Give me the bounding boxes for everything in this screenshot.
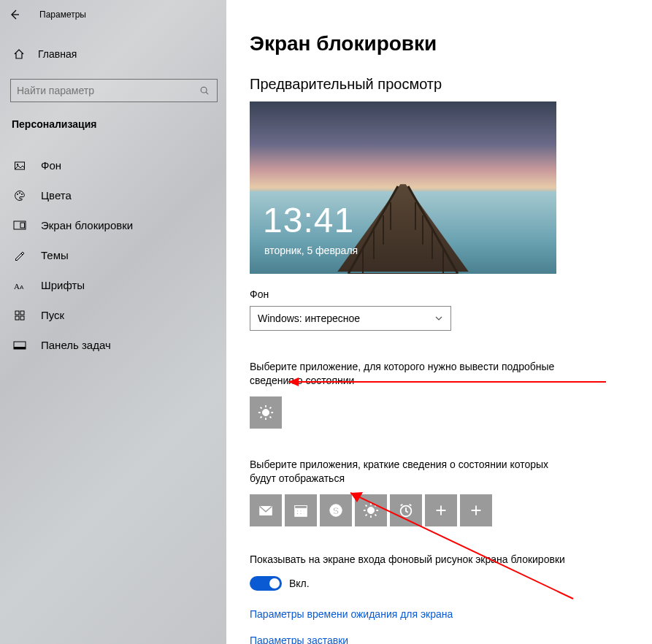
detailed-status-apps: [250, 396, 629, 429]
sidebar-item-taskbar[interactable]: Панель задач: [10, 330, 216, 360]
svg-rect-10: [15, 311, 19, 315]
sidebar-item-label: Пуск: [41, 309, 64, 321]
app-tile-plus[interactable]: [425, 494, 457, 526]
start-icon: [13, 310, 26, 321]
quick-status-apps: S: [250, 494, 629, 526]
svg-rect-29: [300, 510, 302, 512]
page-title: Экран блокировки: [250, 32, 629, 55]
svg-text:A: A: [20, 284, 24, 291]
arrow-left-icon: [9, 9, 20, 20]
sidebar-home-label: Главная: [38, 48, 77, 60]
search-icon: [198, 85, 211, 96]
sidebar-section-title: Персонализация: [10, 118, 216, 130]
svg-text:S: S: [333, 505, 340, 515]
themes-icon: [13, 250, 26, 261]
quick-status-label: Выберите приложения, краткие сведения о …: [250, 458, 571, 486]
sidebar-item-label: Цвета: [41, 189, 72, 202]
toggle-on-label: Вкл.: [289, 578, 310, 589]
app-tile-alarm[interactable]: [390, 494, 422, 526]
sidebar-item-fonts[interactable]: AAШрифты: [10, 270, 216, 300]
fonts-icon: AA: [13, 280, 26, 291]
link-screen-timeout[interactable]: Параметры времени ожидания для экрана: [250, 608, 629, 620]
sidebar-item-label: Панель задач: [41, 339, 111, 351]
svg-line-44: [366, 514, 367, 515]
svg-line-23: [270, 407, 272, 408]
detailed-status-label: Выберите приложение, для которого нужно …: [250, 360, 571, 388]
svg-line-24: [261, 416, 262, 418]
sidebar: Параметры Главная Персонализация ФонЦвет…: [0, 0, 226, 644]
taskbar-icon: [13, 341, 26, 350]
search-input[interactable]: [10, 79, 218, 102]
svg-point-16: [262, 409, 269, 415]
sidebar-item-picture[interactable]: Фон: [10, 150, 216, 180]
chevron-down-icon: [434, 314, 443, 323]
signin-background-label: Показывать на экране входа фоновый рисун…: [250, 553, 571, 567]
sidebar-item-lockscreen[interactable]: Экран блокировки: [10, 210, 216, 240]
app-tile-weather[interactable]: [355, 494, 387, 526]
preview-date: вторник, 5 февраля: [264, 245, 358, 256]
background-dropdown[interactable]: Windows: интересное: [250, 306, 451, 331]
svg-point-0: [201, 87, 207, 93]
app-tile-skype[interactable]: S: [320, 494, 352, 526]
svg-point-5: [21, 193, 23, 195]
sidebar-item-themes[interactable]: Темы: [10, 240, 216, 270]
sidebar-item-label: Экран блокировки: [41, 219, 133, 231]
svg-rect-30: [304, 510, 305, 512]
lockscreen-icon: [13, 221, 26, 231]
svg-line-43: [375, 505, 377, 506]
link-screensaver[interactable]: Параметры заставки: [250, 635, 629, 644]
svg-point-36: [367, 507, 374, 513]
window-title: Параметры: [29, 9, 86, 20]
sidebar-item-palette[interactable]: Цвета: [10, 180, 216, 210]
svg-rect-31: [297, 513, 299, 514]
sidebar-item-label: Шрифты: [41, 279, 85, 291]
svg-rect-33: [304, 513, 305, 514]
svg-line-22: [270, 416, 272, 418]
sidebar-item-label: Темы: [41, 249, 69, 261]
titlebar: Параметры: [0, 0, 226, 29]
palette-icon: [13, 190, 26, 202]
sidebar-item-start[interactable]: Пуск: [10, 300, 216, 330]
sidebar-home[interactable]: Главная: [10, 42, 216, 66]
app-tile-weather[interactable]: [250, 396, 282, 429]
svg-line-42: [375, 514, 377, 515]
app-tile-plus[interactable]: [460, 494, 492, 526]
svg-line-41: [366, 505, 367, 506]
svg-rect-27: [295, 505, 307, 508]
svg-line-21: [261, 407, 262, 408]
svg-rect-11: [20, 311, 24, 315]
lockscreen-preview: 13:41 вторник, 5 февраля: [250, 101, 556, 274]
svg-rect-32: [300, 513, 302, 514]
preview-heading: Предварительный просмотр: [250, 76, 629, 93]
app-tile-mail[interactable]: [250, 494, 282, 526]
svg-rect-15: [14, 347, 26, 349]
background-label: Фон: [250, 288, 629, 300]
svg-rect-28: [297, 510, 299, 512]
search-field[interactable]: [17, 85, 198, 96]
svg-rect-13: [20, 316, 24, 320]
signin-background-toggle[interactable]: [250, 576, 282, 591]
svg-rect-12: [15, 316, 19, 320]
svg-point-4: [19, 192, 20, 193]
background-dropdown-value: Windows: интересное: [258, 313, 360, 324]
back-button[interactable]: [0, 0, 29, 29]
picture-icon: [13, 160, 26, 172]
svg-point-3: [17, 193, 18, 195]
preview-time: 13:41: [263, 200, 354, 240]
svg-rect-7: [20, 223, 25, 228]
svg-point-2: [17, 164, 18, 165]
svg-text:A: A: [14, 282, 20, 291]
home-icon: [13, 48, 25, 60]
sidebar-nav: ФонЦветаЭкран блокировкиТемыAAШрифтыПуск…: [10, 150, 216, 360]
main-content: Экран блокировки Предварительный просмот…: [226, 0, 652, 644]
sidebar-item-label: Фон: [41, 159, 61, 172]
app-tile-calendar[interactable]: [285, 494, 317, 526]
